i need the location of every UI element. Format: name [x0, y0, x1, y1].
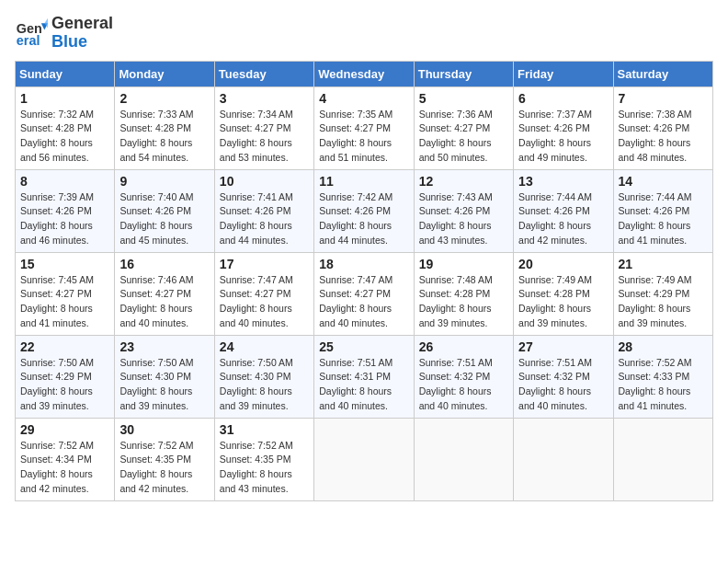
sunrise-label: Sunrise: 7:36 AM: [419, 109, 493, 120]
calendar-cell: 4 Sunrise: 7:35 AM Sunset: 4:27 PM Dayli…: [314, 86, 414, 169]
sunrise-label: Sunrise: 7:52 AM: [20, 440, 94, 451]
day-number: 16: [119, 257, 209, 271]
sunrise-label: Sunrise: 7:35 AM: [319, 109, 392, 120]
calendar-cell: 7 Sunrise: 7:38 AM Sunset: 4:26 PM Dayli…: [613, 86, 712, 169]
day-number: 18: [319, 257, 408, 271]
sunset-label: Sunset: 4:27 PM: [319, 288, 391, 299]
day-number: 5: [419, 91, 508, 106]
day-info: Sunrise: 7:52 AM Sunset: 4:35 PM Dayligh…: [119, 439, 209, 497]
sunrise-label: Sunrise: 7:44 AM: [518, 191, 592, 202]
svg-text:eral: eral: [17, 32, 40, 47]
sunrise-label: Sunrise: 7:49 AM: [518, 274, 592, 285]
calendar-cell: 3 Sunrise: 7:34 AM Sunset: 4:27 PM Dayli…: [214, 86, 313, 169]
day-number: 26: [419, 339, 508, 354]
sunrise-label: Sunrise: 7:47 AM: [220, 274, 293, 285]
day-info: Sunrise: 7:51 AM Sunset: 4:32 PM Dayligh…: [419, 356, 508, 414]
day-number: 13: [518, 174, 608, 189]
day-number: 8: [20, 174, 109, 189]
daylight-label: Daylight: 8 hours and 45 minutes.: [119, 220, 192, 246]
day-number: 6: [518, 91, 608, 106]
day-info: Sunrise: 7:32 AM Sunset: 4:28 PM Dayligh…: [20, 108, 109, 166]
calendar-cell: 5 Sunrise: 7:36 AM Sunset: 4:27 PM Dayli…: [414, 86, 513, 169]
daylight-label: Daylight: 8 hours and 42 minutes.: [20, 468, 93, 494]
day-info: Sunrise: 7:33 AM Sunset: 4:28 PM Dayligh…: [119, 108, 209, 166]
calendar-cell: 10 Sunrise: 7:41 AM Sunset: 4:26 PM Dayl…: [214, 169, 313, 252]
day-info: Sunrise: 7:52 AM Sunset: 4:35 PM Dayligh…: [220, 439, 309, 497]
day-header-tuesday: Tuesday: [214, 61, 313, 86]
sunset-label: Sunset: 4:29 PM: [619, 288, 690, 299]
sunrise-label: Sunrise: 7:34 AM: [220, 109, 293, 120]
calendar-cell: 12 Sunrise: 7:43 AM Sunset: 4:26 PM Dayl…: [414, 169, 513, 252]
day-number: 25: [319, 339, 408, 354]
day-number: 19: [419, 257, 508, 271]
calendar-cell: 27 Sunrise: 7:51 AM Sunset: 4:32 PM Dayl…: [514, 335, 613, 418]
calendar-cell: 1 Sunrise: 7:32 AM Sunset: 4:28 PM Dayli…: [16, 86, 115, 169]
sunset-label: Sunset: 4:28 PM: [119, 122, 191, 133]
daylight-label: Daylight: 8 hours and 39 minutes.: [518, 303, 591, 328]
sunset-label: Sunset: 4:27 PM: [319, 122, 391, 133]
sunset-label: Sunset: 4:26 PM: [518, 122, 590, 133]
sunset-label: Sunset: 4:26 PM: [220, 205, 291, 216]
calendar-week-5: 29 Sunrise: 7:52 AM Sunset: 4:34 PM Dayl…: [16, 418, 713, 500]
daylight-label: Daylight: 8 hours and 39 minutes.: [419, 303, 492, 328]
day-number: 27: [518, 339, 608, 354]
daylight-label: Daylight: 8 hours and 39 minutes.: [119, 385, 192, 411]
daylight-label: Daylight: 8 hours and 41 minutes.: [619, 220, 691, 246]
daylight-label: Daylight: 8 hours and 40 minutes.: [419, 385, 492, 411]
day-info: Sunrise: 7:51 AM Sunset: 4:32 PM Dayligh…: [518, 356, 608, 414]
sunrise-label: Sunrise: 7:39 AM: [20, 191, 94, 202]
day-number: 10: [220, 174, 309, 189]
day-number: 23: [119, 339, 209, 354]
day-number: 11: [319, 174, 408, 189]
day-info: Sunrise: 7:50 AM Sunset: 4:30 PM Dayligh…: [119, 356, 209, 414]
sunset-label: Sunset: 4:30 PM: [119, 371, 191, 382]
daylight-label: Daylight: 8 hours and 41 minutes.: [20, 303, 93, 328]
sunrise-label: Sunrise: 7:51 AM: [319, 357, 392, 368]
daylight-label: Daylight: 8 hours and 50 minutes.: [419, 137, 492, 163]
daylight-label: Daylight: 8 hours and 40 minutes.: [319, 385, 392, 411]
day-info: Sunrise: 7:47 AM Sunset: 4:27 PM Dayligh…: [319, 273, 408, 331]
day-number: 29: [20, 422, 109, 437]
page-header: Gen eral General Blue: [15, 15, 713, 52]
day-number: 22: [20, 339, 109, 354]
sunset-label: Sunset: 4:35 PM: [119, 454, 191, 465]
calendar-cell: 26 Sunrise: 7:51 AM Sunset: 4:32 PM Dayl…: [414, 335, 513, 418]
sunrise-label: Sunrise: 7:47 AM: [319, 274, 392, 285]
calendar-week-1: 1 Sunrise: 7:32 AM Sunset: 4:28 PM Dayli…: [16, 86, 713, 169]
day-number: 1: [20, 91, 109, 106]
calendar-cell: 2 Sunrise: 7:33 AM Sunset: 4:28 PM Dayli…: [115, 86, 214, 169]
sunrise-label: Sunrise: 7:38 AM: [619, 109, 692, 120]
calendar-cell: 8 Sunrise: 7:39 AM Sunset: 4:26 PM Dayli…: [16, 169, 115, 252]
day-info: Sunrise: 7:50 AM Sunset: 4:29 PM Dayligh…: [20, 356, 109, 414]
calendar-cell: 28 Sunrise: 7:52 AM Sunset: 4:33 PM Dayl…: [613, 335, 712, 418]
day-number: 17: [220, 257, 309, 271]
sunset-label: Sunset: 4:34 PM: [20, 454, 92, 465]
sunset-label: Sunset: 4:28 PM: [518, 288, 590, 299]
day-info: Sunrise: 7:44 AM Sunset: 4:26 PM Dayligh…: [619, 190, 708, 248]
day-number: 20: [518, 257, 608, 271]
day-number: 3: [220, 91, 309, 106]
daylight-label: Daylight: 8 hours and 46 minutes.: [20, 220, 93, 246]
header-row: SundayMondayTuesdayWednesdayThursdayFrid…: [16, 61, 713, 86]
calendar-cell: 22 Sunrise: 7:50 AM Sunset: 4:29 PM Dayl…: [16, 335, 115, 418]
sunrise-label: Sunrise: 7:44 AM: [619, 191, 692, 202]
sunset-label: Sunset: 4:30 PM: [220, 371, 291, 382]
sunrise-label: Sunrise: 7:50 AM: [119, 357, 193, 368]
sunrise-label: Sunrise: 7:37 AM: [518, 109, 592, 120]
calendar-cell: 30 Sunrise: 7:52 AM Sunset: 4:35 PM Dayl…: [115, 418, 214, 500]
sunrise-label: Sunrise: 7:32 AM: [20, 109, 94, 120]
day-info: Sunrise: 7:39 AM Sunset: 4:26 PM Dayligh…: [20, 190, 109, 248]
sunset-label: Sunset: 4:27 PM: [119, 288, 191, 299]
day-info: Sunrise: 7:40 AM Sunset: 4:26 PM Dayligh…: [119, 190, 209, 248]
day-header-thursday: Thursday: [414, 61, 513, 86]
calendar-cell: 21 Sunrise: 7:49 AM Sunset: 4:29 PM Dayl…: [613, 252, 712, 335]
calendar-cell: 18 Sunrise: 7:47 AM Sunset: 4:27 PM Dayl…: [314, 252, 414, 335]
sunrise-label: Sunrise: 7:41 AM: [220, 191, 293, 202]
daylight-label: Daylight: 8 hours and 49 minutes.: [518, 137, 591, 163]
daylight-label: Daylight: 8 hours and 40 minutes.: [319, 303, 392, 328]
sunrise-label: Sunrise: 7:50 AM: [220, 357, 293, 368]
day-number: 2: [119, 91, 209, 106]
calendar-cell: [613, 418, 712, 500]
sunset-label: Sunset: 4:33 PM: [619, 371, 690, 382]
day-header-friday: Friday: [514, 61, 613, 86]
